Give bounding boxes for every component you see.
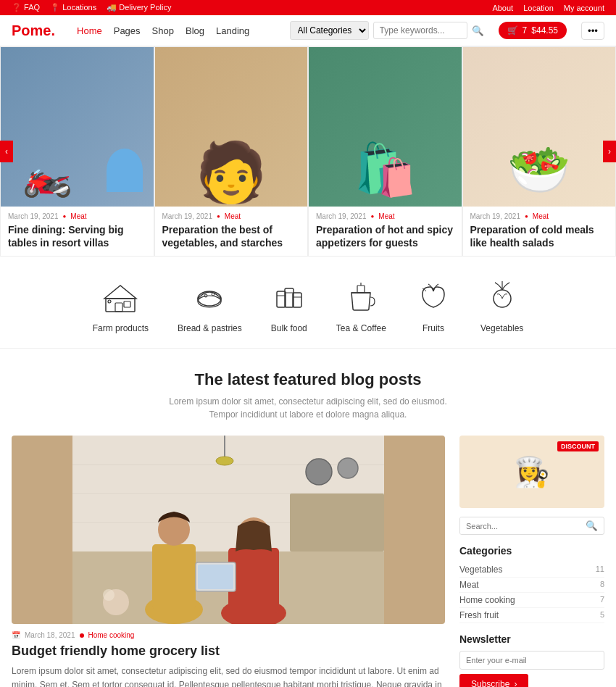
slide1-tag: Meat [70, 212, 86, 220]
blog-post-meta: 📅 March 18, 2021 Home cooking [12, 631, 445, 639]
nav-blog[interactable]: Blog [186, 25, 204, 36]
locations-link[interactable]: 📍 Locations [50, 3, 96, 12]
dots-icon: ••• [588, 25, 598, 36]
myaccount-link[interactable]: My account [564, 4, 604, 12]
svg-rect-2 [115, 303, 122, 312]
newsletter-input[interactable] [459, 651, 604, 670]
tea-label: Tea & Coffee [336, 323, 386, 333]
slide-1: 🏍️ March 19, 2021 ● Meat Fine dining: Se… [0, 46, 154, 257]
location-icon: 📍 [50, 3, 60, 12]
sidebar-search-box: 🔍 [459, 517, 604, 535]
category-vegetables[interactable]: Vegetables [480, 278, 523, 333]
slide3-tag: Meat [378, 212, 394, 220]
svg-rect-36 [198, 565, 233, 589]
bulk-label: Bulk food [271, 323, 307, 333]
cart-count: 7 [523, 25, 528, 36]
location-link[interactable]: Location [523, 4, 554, 12]
blog-sidebar: 👩‍🍳 DISCOUNT 🔍 Categories Vegetables 11 … [459, 436, 604, 687]
main-nav: Pome. Home Pages Shop Blog Landing All C… [0, 15, 616, 46]
svg-rect-18 [357, 286, 365, 293]
blog-post-date: March 18, 2021 [25, 631, 75, 639]
more-menu-button[interactable]: ••• [581, 22, 604, 40]
locations-label: Locations [62, 3, 96, 12]
slide4-date: March 19, 2021 [470, 212, 521, 220]
top-bar-right: About Location My account [492, 4, 604, 12]
category-tea[interactable]: Tea & Coffee [336, 278, 386, 333]
blog-section: The latest featured blog posts Lorem ips… [0, 349, 616, 687]
blog-post-tag: Home cooking [88, 631, 135, 639]
hero-slider: 🏍️ March 19, 2021 ● Meat Fine dining: Se… [0, 46, 616, 257]
cart-total: $44.55 [531, 25, 558, 36]
sidebar-category-freshfruit[interactable]: Fresh fruit 5 [459, 608, 604, 623]
faq-link[interactable]: ❓ FAQ [12, 3, 40, 12]
sidebar-category-vegetables[interactable]: Vegetables 11 [459, 562, 604, 578]
sidebar-category-homecooking[interactable]: Home cooking 7 [459, 593, 604, 608]
category-farm[interactable]: Farm products [93, 278, 149, 333]
svg-rect-30 [152, 544, 196, 609]
subscribe-label: Subscribe [471, 679, 509, 687]
about-link[interactable]: About [492, 4, 513, 12]
sidebar-search-button[interactable]: 🔍 [580, 517, 604, 534]
cat-name-homecooking: Home cooking [459, 595, 515, 605]
category-bulk[interactable]: Bulk food [271, 278, 307, 333]
bread-label: Bread & pastries [178, 323, 242, 333]
vegetables-icon [480, 278, 523, 319]
sidebar-banner: 👩‍🍳 DISCOUNT [459, 436, 604, 508]
nav-shop[interactable]: Shop [152, 25, 174, 36]
search-input[interactable] [373, 22, 467, 39]
slide3-date: March 19, 2021 [316, 212, 367, 220]
sidebar-category-list: Vegetables 11 Meat 8 Home cooking 7 Fres… [459, 562, 604, 623]
sidebar-search-icon: 🔍 [586, 520, 598, 531]
slide2-title: Preparation the best of vegetables, and … [162, 223, 301, 249]
calendar-icon: 📅 [12, 631, 20, 639]
nav-search: All Categories 🔍 [290, 21, 484, 40]
sidebar-category-meat[interactable]: Meat 8 [459, 578, 604, 593]
cat-name-meat: Meat [459, 580, 479, 590]
nav-landing[interactable]: Landing [216, 25, 249, 36]
svg-point-38 [103, 589, 115, 601]
search-button[interactable]: 🔍 [472, 25, 484, 36]
category-bread[interactable]: Bread & pastries [178, 278, 242, 333]
nav-links: Home Pages Shop Blog Landing [77, 25, 275, 36]
tea-icon [336, 278, 386, 319]
fruits-label: Fruits [415, 323, 451, 333]
newsletter: Newsletter Subscribe › [459, 633, 604, 687]
svg-point-40 [216, 457, 233, 465]
slide-4: 🥗 March 19, 2021 ● Meat Preparation of c… [462, 46, 617, 257]
svg-rect-26 [290, 494, 384, 551]
sidebar-search-input[interactable] [460, 517, 580, 534]
slide2-date: March 19, 2021 [162, 212, 213, 220]
svg-rect-12 [285, 288, 294, 307]
delivery-icon: 🚚 [107, 3, 117, 12]
delivery-label: Delivery Policy [119, 3, 171, 12]
discount-badge: DISCOUNT [557, 441, 599, 451]
nav-home[interactable]: Home [77, 25, 102, 36]
slide1-title: Fine dining: Serving big tables in resor… [8, 223, 146, 249]
vegetables-label: Vegetables [480, 323, 523, 333]
slide3-title: Preparation of hot and spicy appetizers … [316, 223, 454, 249]
fruits-icon [415, 278, 451, 319]
nav-pages[interactable]: Pages [114, 25, 141, 36]
cart-button[interactable]: 🛒 7 $44.55 [499, 22, 567, 39]
slider-next-button[interactable]: › [603, 141, 616, 162]
bread-icon [178, 278, 242, 319]
svg-marker-1 [104, 286, 136, 299]
slide-2: 🧑 March 19, 2021 ● Meat Preparation the … [154, 46, 309, 257]
slide4-title: Preparation of cold meals like health sa… [470, 223, 609, 249]
bulk-icon [271, 278, 307, 319]
category-dropdown[interactable]: All Categories [290, 21, 369, 40]
subscribe-button[interactable]: Subscribe › [459, 674, 528, 687]
svg-rect-11 [277, 291, 286, 307]
svg-point-5 [198, 291, 221, 306]
farm-icon [93, 278, 149, 319]
cat-count-homecooking: 7 [600, 595, 604, 605]
subscribe-arrow-icon: › [514, 679, 517, 687]
category-fruits[interactable]: Fruits [415, 278, 451, 333]
blog-subtext: Lorem ipsum dolor sit amet, consectetur … [156, 395, 460, 421]
svg-point-28 [338, 458, 358, 478]
delivery-link[interactable]: 🚚 Delivery Policy [107, 3, 171, 12]
sidebar-categories-title: Categories [459, 545, 604, 557]
blog-post-image [12, 436, 445, 624]
hero-slider-wrapper: ‹ 🏍️ March 19, 2021 ● Meat Fine dining: … [0, 46, 616, 257]
slider-prev-button[interactable]: ‹ [0, 141, 13, 162]
